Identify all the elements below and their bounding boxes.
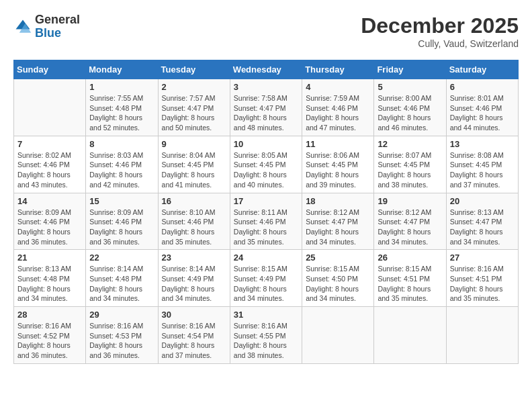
day-number: 26 [378,253,442,263]
day-info: Sunrise: 8:03 AM Sunset: 4:46 PM Dayligh… [89,150,154,190]
day-number: 12 [378,139,442,149]
calendar-cell: 30Sunrise: 8:16 AM Sunset: 4:54 PM Dayli… [158,307,230,364]
logo: General Blue [13,13,80,40]
calendar-cell: 4Sunrise: 7:59 AM Sunset: 4:46 PM Daylig… [302,79,374,136]
location-text: Cully, Vaud, Switzerland [361,38,519,49]
calendar-cell: 26Sunrise: 8:15 AM Sunset: 4:51 PM Dayli… [374,250,446,307]
weekday-header: Thursday [302,60,374,79]
day-info: Sunrise: 8:00 AM Sunset: 4:46 PM Dayligh… [378,93,442,133]
calendar-cell: 15Sunrise: 8:09 AM Sunset: 4:46 PM Dayli… [86,193,158,250]
calendar-cell: 28Sunrise: 8:16 AM Sunset: 4:52 PM Dayli… [14,307,86,364]
calendar-cell: 2Sunrise: 7:57 AM Sunset: 4:47 PM Daylig… [158,79,230,136]
day-info: Sunrise: 8:15 AM Sunset: 4:50 PM Dayligh… [306,264,370,304]
day-info: Sunrise: 8:12 AM Sunset: 4:47 PM Dayligh… [378,208,442,247]
page-header: General Blue December 2025 Cully, Vaud, … [13,13,519,49]
day-info: Sunrise: 8:05 AM Sunset: 4:45 PM Dayligh… [234,150,298,190]
day-info: Sunrise: 8:15 AM Sunset: 4:51 PM Dayligh… [378,264,442,304]
calendar-body: 1Sunrise: 7:55 AM Sunset: 4:48 PM Daylig… [14,79,519,364]
calendar-cell: 3Sunrise: 7:58 AM Sunset: 4:47 PM Daylig… [230,79,302,136]
day-number: 8 [89,139,154,149]
day-info: Sunrise: 8:06 AM Sunset: 4:45 PM Dayligh… [306,150,370,190]
calendar-week-row: 7Sunrise: 8:02 AM Sunset: 4:46 PM Daylig… [14,136,519,193]
day-info: Sunrise: 8:08 AM Sunset: 4:45 PM Dayligh… [450,150,515,190]
calendar-cell: 13Sunrise: 8:08 AM Sunset: 4:45 PM Dayli… [446,136,518,193]
calendar-cell: 19Sunrise: 8:12 AM Sunset: 4:47 PM Dayli… [374,193,446,250]
day-number: 25 [306,253,370,263]
calendar-table: SundayMondayTuesdayWednesdayThursdayFrid… [13,60,519,364]
day-number: 1 [89,82,154,92]
day-number: 24 [234,253,298,263]
calendar-cell: 25Sunrise: 8:15 AM Sunset: 4:50 PM Dayli… [302,250,374,307]
day-info: Sunrise: 8:07 AM Sunset: 4:45 PM Dayligh… [378,150,442,190]
month-title: December 2025 [361,13,519,38]
day-info: Sunrise: 7:59 AM Sunset: 4:46 PM Dayligh… [306,93,370,133]
day-number: 6 [450,82,515,92]
calendar-cell: 10Sunrise: 8:05 AM Sunset: 4:45 PM Dayli… [230,136,302,193]
day-number: 5 [378,82,442,92]
day-info: Sunrise: 8:14 AM Sunset: 4:49 PM Dayligh… [162,264,226,304]
day-number: 10 [234,139,298,149]
day-number: 9 [162,139,226,149]
day-info: Sunrise: 8:04 AM Sunset: 4:45 PM Dayligh… [162,150,226,190]
day-info: Sunrise: 8:01 AM Sunset: 4:46 PM Dayligh… [450,93,515,133]
day-number: 11 [306,139,370,149]
day-number: 20 [450,196,515,206]
day-info: Sunrise: 7:55 AM Sunset: 4:48 PM Dayligh… [89,93,154,133]
day-number: 27 [450,253,515,263]
calendar-cell [14,79,86,136]
day-number: 3 [234,82,298,92]
title-area: December 2025 Cully, Vaud, Switzerland [361,13,519,49]
logo-icon [13,17,32,36]
day-number: 18 [306,196,370,206]
header-row: SundayMondayTuesdayWednesdayThursdayFrid… [14,60,519,79]
day-info: Sunrise: 8:16 AM Sunset: 4:54 PM Dayligh… [162,321,226,361]
day-number: 30 [162,310,226,320]
day-info: Sunrise: 8:16 AM Sunset: 4:52 PM Dayligh… [17,321,82,361]
day-number: 29 [89,310,154,320]
day-info: Sunrise: 8:14 AM Sunset: 4:48 PM Dayligh… [89,264,154,304]
day-info: Sunrise: 8:13 AM Sunset: 4:47 PM Dayligh… [450,208,515,247]
calendar-cell: 29Sunrise: 8:16 AM Sunset: 4:53 PM Dayli… [86,307,158,364]
day-info: Sunrise: 7:57 AM Sunset: 4:47 PM Dayligh… [162,93,226,133]
day-number: 19 [378,196,442,206]
weekday-header: Sunday [14,60,86,79]
calendar-cell: 11Sunrise: 8:06 AM Sunset: 4:45 PM Dayli… [302,136,374,193]
calendar-cell: 9Sunrise: 8:04 AM Sunset: 4:45 PM Daylig… [158,136,230,193]
day-info: Sunrise: 8:11 AM Sunset: 4:46 PM Dayligh… [234,208,298,247]
day-info: Sunrise: 8:16 AM Sunset: 4:55 PM Dayligh… [234,321,298,361]
day-info: Sunrise: 7:58 AM Sunset: 4:47 PM Dayligh… [234,93,298,133]
day-number: 28 [17,310,82,320]
calendar-cell [446,307,518,364]
day-info: Sunrise: 8:10 AM Sunset: 4:46 PM Dayligh… [162,208,226,247]
day-number: 31 [234,310,298,320]
calendar-week-row: 21Sunrise: 8:13 AM Sunset: 4:48 PM Dayli… [14,250,519,307]
day-number: 7 [17,139,82,149]
calendar-week-row: 14Sunrise: 8:09 AM Sunset: 4:46 PM Dayli… [14,193,519,250]
day-info: Sunrise: 8:12 AM Sunset: 4:47 PM Dayligh… [306,208,370,247]
day-info: Sunrise: 8:13 AM Sunset: 4:48 PM Dayligh… [17,264,82,304]
calendar-cell: 21Sunrise: 8:13 AM Sunset: 4:48 PM Dayli… [14,250,86,307]
calendar-cell: 22Sunrise: 8:14 AM Sunset: 4:48 PM Dayli… [86,250,158,307]
calendar-cell: 8Sunrise: 8:03 AM Sunset: 4:46 PM Daylig… [86,136,158,193]
calendar-cell [302,307,374,364]
day-number: 2 [162,82,226,92]
calendar-cell: 27Sunrise: 8:16 AM Sunset: 4:51 PM Dayli… [446,250,518,307]
day-number: 21 [17,253,82,263]
logo-general-text: General [35,13,80,27]
calendar-cell: 20Sunrise: 8:13 AM Sunset: 4:47 PM Dayli… [446,193,518,250]
calendar-cell: 1Sunrise: 7:55 AM Sunset: 4:48 PM Daylig… [86,79,158,136]
weekday-header: Saturday [446,60,518,79]
calendar-cell: 16Sunrise: 8:10 AM Sunset: 4:46 PM Dayli… [158,193,230,250]
calendar-cell: 14Sunrise: 8:09 AM Sunset: 4:46 PM Dayli… [14,193,86,250]
day-info: Sunrise: 8:16 AM Sunset: 4:51 PM Dayligh… [450,264,515,304]
day-number: 15 [89,196,154,206]
day-number: 16 [162,196,226,206]
calendar-cell [374,307,446,364]
calendar-cell: 5Sunrise: 8:00 AM Sunset: 4:46 PM Daylig… [374,79,446,136]
weekday-header: Monday [86,60,158,79]
calendar-cell: 24Sunrise: 8:15 AM Sunset: 4:49 PM Dayli… [230,250,302,307]
day-number: 13 [450,139,515,149]
day-info: Sunrise: 8:09 AM Sunset: 4:46 PM Dayligh… [17,208,82,247]
day-number: 14 [17,196,82,206]
day-info: Sunrise: 8:02 AM Sunset: 4:46 PM Dayligh… [17,150,82,190]
